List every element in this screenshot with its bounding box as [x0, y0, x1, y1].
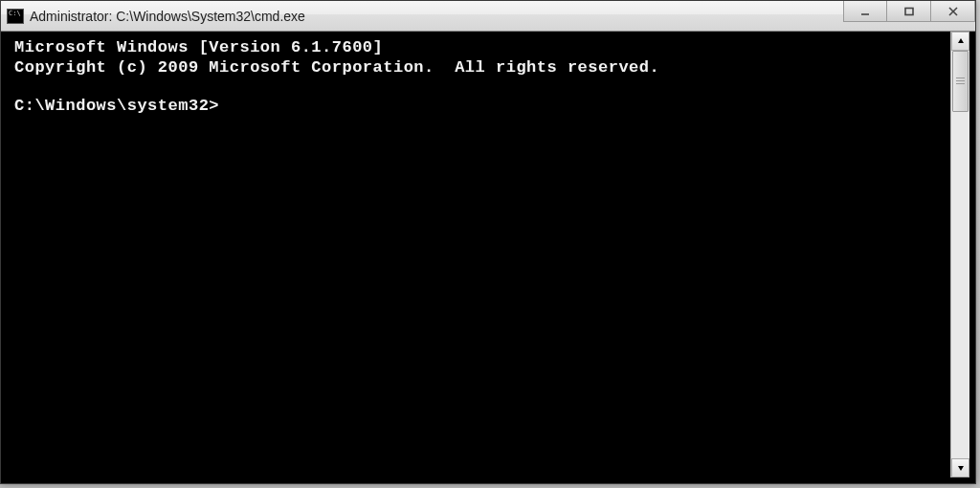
window-controls: [843, 1, 975, 22]
cmd-window: Administrator: C:\Windows\System32\cmd.e…: [0, 0, 976, 484]
client-area: Microsoft Windows [Version 6.1.7600]Copy…: [7, 32, 969, 477]
close-icon: [947, 7, 959, 16]
maximize-icon: [903, 7, 915, 16]
terminal-output[interactable]: Microsoft Windows [Version 6.1.7600]Copy…: [7, 32, 950, 477]
vertical-scrollbar[interactable]: [950, 32, 969, 477]
scroll-track[interactable]: [951, 51, 969, 458]
svg-marker-4: [958, 38, 964, 43]
scroll-thumb[interactable]: [952, 51, 969, 112]
scroll-up-button[interactable]: [951, 32, 969, 51]
terminal-line: Microsoft Windows [Version 6.1.7600]: [14, 37, 943, 57]
close-button[interactable]: [931, 1, 975, 22]
scroll-down-button[interactable]: [951, 458, 969, 477]
cmd-icon: [7, 9, 24, 24]
chevron-up-icon: [957, 37, 965, 45]
minimize-icon: [859, 7, 871, 16]
terminal-line: Copyright (c) 2009 Microsoft Corporation…: [14, 57, 943, 78]
svg-rect-1: [905, 8, 913, 14]
chevron-down-icon: [957, 464, 965, 472]
svg-marker-5: [958, 466, 964, 471]
minimize-button[interactable]: [843, 1, 887, 22]
window-title: Administrator: C:\Windows\System32\cmd.e…: [30, 9, 305, 24]
titlebar[interactable]: Administrator: C:\Windows\System32\cmd.e…: [1, 1, 975, 32]
terminal-prompt: C:\Windows\system32>: [14, 96, 943, 116]
maximize-button[interactable]: [887, 1, 931, 22]
